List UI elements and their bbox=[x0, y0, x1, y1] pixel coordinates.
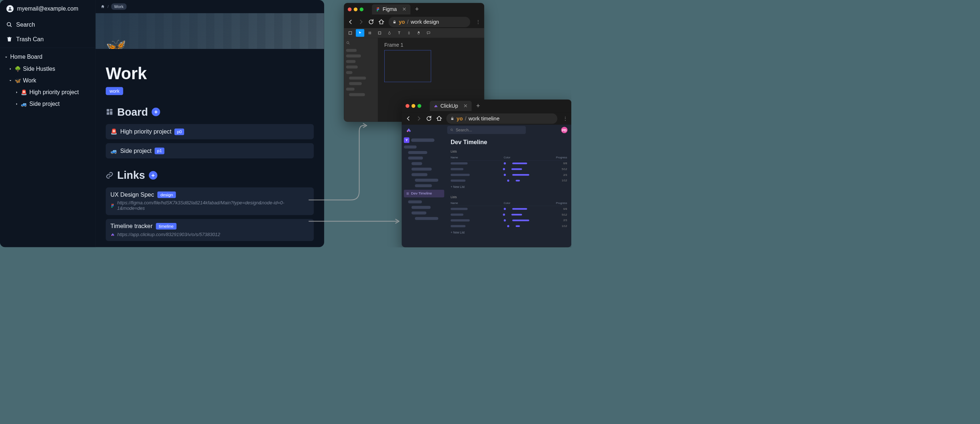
link-card[interactable]: Timeline tracker timeline https://app.cl… bbox=[106, 219, 314, 241]
svg-rect-18 bbox=[349, 31, 352, 34]
close-window-button[interactable] bbox=[348, 7, 352, 11]
trash-row[interactable]: Trash Can bbox=[0, 32, 95, 46]
svg-point-23 bbox=[450, 129, 452, 131]
search-icon[interactable] bbox=[346, 41, 350, 45]
svg-rect-5 bbox=[110, 111, 113, 115]
address-bar: yo / work design ⋮ bbox=[344, 16, 484, 28]
board-card[interactable]: 🚨 High priority project p0 bbox=[106, 124, 314, 139]
url-field[interactable]: yo / work design bbox=[389, 17, 470, 27]
shape-tool[interactable] bbox=[375, 29, 384, 37]
url-field[interactable]: yo / work timeline bbox=[446, 113, 557, 124]
list-row[interactable]: 5/12 bbox=[450, 212, 567, 217]
skeleton-line bbox=[346, 60, 355, 63]
component-tool[interactable] bbox=[405, 29, 413, 37]
browser-tab[interactable]: Figma ✕ bbox=[372, 5, 410, 14]
content-title: Dev Timeline bbox=[450, 139, 567, 146]
fraction: 5/12 bbox=[562, 167, 567, 171]
menu-icon[interactable]: ⋮ bbox=[563, 116, 568, 121]
close-tab-icon[interactable]: ✕ bbox=[402, 6, 407, 12]
close-tab-icon[interactable]: ✕ bbox=[463, 103, 468, 109]
frame-rect[interactable] bbox=[384, 50, 431, 82]
maximize-window-button[interactable] bbox=[360, 7, 363, 11]
link-tag: timeline bbox=[156, 223, 177, 230]
breadcrumb-current[interactable]: Work bbox=[111, 3, 127, 10]
minimize-window-button[interactable] bbox=[354, 7, 357, 11]
list-row[interactable]: 5/12 bbox=[450, 166, 567, 172]
list-row[interactable]: 2/3 bbox=[450, 172, 567, 178]
clickup-search-input[interactable]: Search... bbox=[447, 126, 526, 134]
close-window-button[interactable] bbox=[406, 104, 409, 108]
tree-item-side-project[interactable]: 🚙 Side project bbox=[0, 98, 95, 110]
frame-label: Frame 1 bbox=[384, 42, 478, 48]
list-row[interactable]: 1/12 bbox=[450, 223, 567, 229]
tree-item-label: High priority project bbox=[29, 89, 79, 96]
url-path: work timeline bbox=[468, 115, 500, 121]
sidebar-selected-item[interactable]: Dev Timeline bbox=[404, 190, 444, 198]
link-card[interactable]: UX Design Spec design https://figma.com/… bbox=[106, 188, 314, 215]
browser-tab[interactable]: ClickUp ✕ bbox=[430, 101, 472, 111]
home-icon[interactable] bbox=[100, 5, 105, 9]
menu-icon[interactable]: ⋮ bbox=[476, 19, 480, 24]
page-tag[interactable]: work bbox=[106, 87, 123, 95]
skeleton-line bbox=[408, 156, 423, 159]
hand-tool[interactable] bbox=[415, 29, 423, 37]
link-title: Timeline tracker bbox=[110, 223, 153, 230]
svg-line-21 bbox=[348, 43, 349, 44]
list-row[interactable]: 1/12 bbox=[450, 178, 567, 183]
new-tab-button[interactable]: + bbox=[415, 6, 418, 13]
move-tool[interactable] bbox=[356, 29, 364, 37]
comment-tool[interactable] bbox=[425, 29, 433, 37]
breadcrumb: / Work bbox=[95, 0, 324, 13]
list-row[interactable]: 2/3 bbox=[450, 217, 567, 223]
list-row[interactable]: 6/8 bbox=[450, 206, 567, 212]
tree-root-home[interactable]: Home Board bbox=[0, 51, 95, 63]
new-tab-button[interactable]: + bbox=[476, 102, 480, 110]
pen-tool[interactable] bbox=[385, 29, 393, 37]
text-tool[interactable] bbox=[395, 29, 403, 37]
clickup-logo-icon[interactable] bbox=[406, 127, 412, 133]
workspace-badge[interactable]: Y bbox=[404, 137, 409, 143]
minimize-window-button[interactable] bbox=[412, 104, 415, 108]
search-row[interactable]: Search bbox=[0, 18, 95, 32]
tree-emoji: 🌳 bbox=[14, 66, 21, 72]
page-emoji[interactable]: 🦋 bbox=[106, 37, 127, 49]
avatar[interactable]: PD bbox=[561, 127, 567, 133]
forward-icon[interactable] bbox=[358, 19, 364, 25]
tree-emoji: 🦋 bbox=[14, 78, 21, 84]
col-progress: Progress bbox=[556, 201, 567, 205]
user-email: myemail@example.com bbox=[17, 5, 78, 12]
tree-item-work[interactable]: 🦋 Work bbox=[0, 75, 95, 86]
tab-title: ClickUp bbox=[441, 103, 458, 109]
page-title: Work bbox=[106, 64, 314, 83]
maximize-window-button[interactable] bbox=[417, 104, 421, 108]
skeleton-line bbox=[346, 49, 356, 52]
grid-tool[interactable] bbox=[366, 29, 374, 37]
svg-rect-17 bbox=[393, 22, 396, 23]
user-account-row[interactable]: myemail@example.com bbox=[0, 0, 95, 18]
back-icon[interactable] bbox=[406, 116, 411, 121]
tree-emoji: 🚨 bbox=[21, 89, 27, 95]
tree-item-high-priority[interactable]: 🚨 High priority project bbox=[0, 86, 95, 98]
board-heading: Board bbox=[118, 106, 148, 118]
user-icon bbox=[6, 5, 13, 13]
new-list-button[interactable]: + New List bbox=[450, 183, 567, 190]
home-icon[interactable] bbox=[379, 19, 384, 25]
tree-item-side-hustles[interactable]: 🌳 Side Hustles bbox=[0, 63, 95, 75]
svg-rect-19 bbox=[379, 32, 381, 34]
chevron-right-icon bbox=[8, 67, 12, 70]
forward-icon[interactable] bbox=[415, 116, 422, 121]
add-board-item-button[interactable]: + bbox=[152, 108, 161, 116]
reload-icon[interactable] bbox=[368, 19, 374, 25]
list-row[interactable]: 6/8 bbox=[450, 161, 567, 166]
back-icon[interactable] bbox=[348, 19, 354, 25]
reload-icon[interactable] bbox=[426, 116, 432, 121]
page-tree: Home Board 🌳 Side Hustles 🦋 Work 🚨 High … bbox=[0, 49, 95, 112]
svg-point-15 bbox=[378, 9, 379, 10]
add-link-button[interactable]: + bbox=[149, 171, 157, 180]
home-icon[interactable] bbox=[436, 116, 442, 121]
board-card[interactable]: 🚙 Side project p1 bbox=[106, 143, 314, 158]
new-list-button[interactable]: + New List bbox=[450, 229, 567, 236]
svg-point-0 bbox=[9, 7, 11, 9]
chevron-right-icon bbox=[15, 90, 19, 94]
frame-tool[interactable] bbox=[346, 29, 355, 37]
